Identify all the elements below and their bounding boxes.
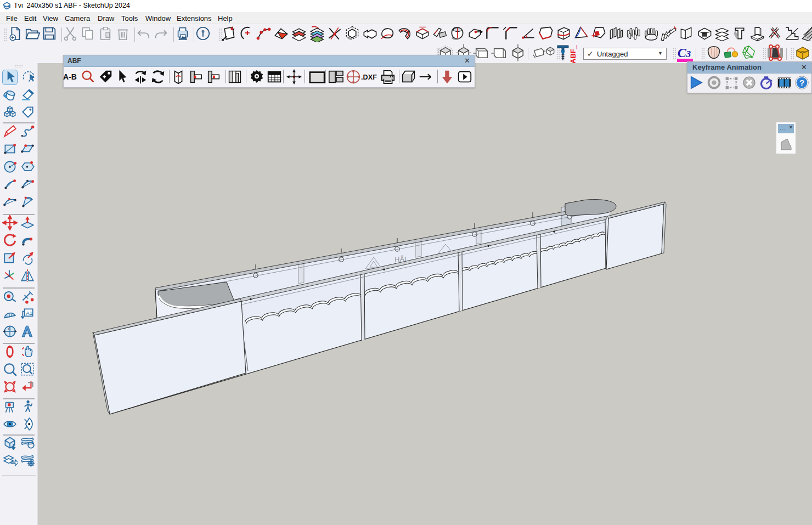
svg-text:A-B: A-B [63,72,77,81]
svg-text:?: ? [799,78,804,87]
svg-text:A1: A1 [26,310,32,316]
svg-text:C: C [8,327,11,331]
svg-text:.DXF: .DXF [361,74,377,81]
